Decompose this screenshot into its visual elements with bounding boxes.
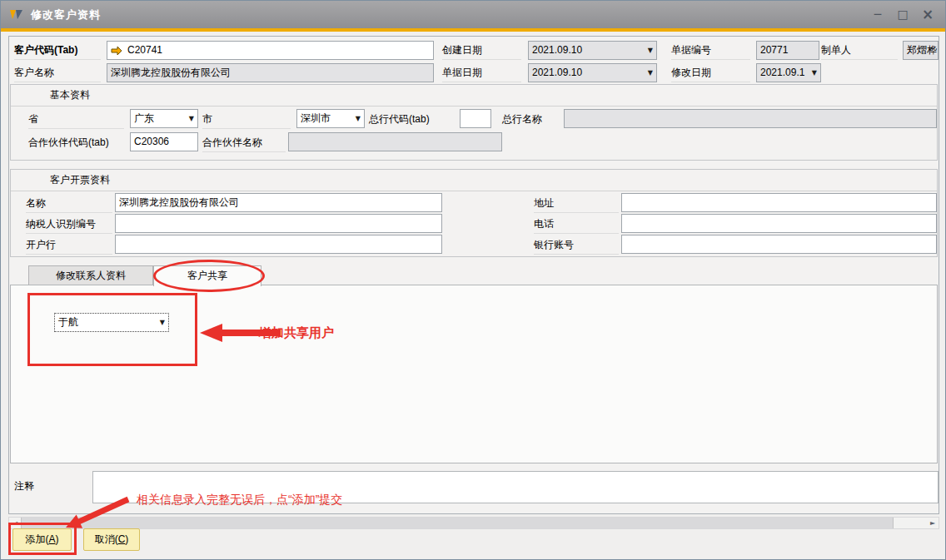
province-select[interactable]: 广东 ▼	[130, 109, 198, 128]
title-bar[interactable]: 修改客户资料 ─ □ ×	[1, 1, 945, 28]
bank-account-label: 银行账号	[534, 236, 619, 255]
horizontal-scrollbar[interactable]: ◄ ►	[8, 517, 939, 529]
close-icon[interactable]: ×	[915, 1, 940, 28]
bank-account-input[interactable]	[621, 235, 937, 254]
tab-modify-contacts[interactable]: 修改联系人资料	[28, 265, 153, 285]
annotation-ellipse-customer-share-tab	[153, 260, 265, 292]
app-logo-icon	[9, 8, 23, 21]
scrollbar-track[interactable]	[894, 518, 927, 528]
created-date-select[interactable]: 2021.09.10 ▼	[528, 41, 657, 60]
created-date-label: 创建日期	[442, 42, 521, 60]
maximize-icon[interactable]: □	[890, 1, 915, 28]
basic-info-title: 基本资料	[50, 88, 90, 102]
tax-id-input[interactable]	[115, 214, 442, 233]
customer-code-label: 客户代码(Tab)	[14, 42, 101, 60]
dropdown-arrow-icon[interactable]: ▼	[648, 64, 653, 82]
invoice-info-header: 客户开票资料	[11, 170, 937, 191]
customer-name-label: 客户名称	[14, 64, 101, 82]
dropdown-arrow-icon[interactable]: ▼	[648, 42, 653, 59]
city-select[interactable]: 深圳市 ▼	[296, 109, 365, 128]
head-bank-code-label: 总行代码(tab)	[369, 111, 430, 128]
modified-date-select[interactable]: 2021.09.1 ▼	[756, 63, 821, 82]
dropdown-arrow-icon[interactable]: ▼	[356, 110, 361, 127]
partner-name-field[interactable]	[288, 132, 502, 151]
city-label: 市	[202, 111, 291, 129]
comments-label: 注释	[14, 478, 34, 495]
modified-date-label: 修改日期	[671, 64, 750, 82]
bank-input[interactable]	[115, 235, 442, 254]
basic-info-header: 基本资料	[11, 85, 937, 107]
partner-code-label: 合作伙伴代码(tab)	[28, 134, 109, 151]
dialog-title: 修改客户资料	[31, 7, 101, 22]
head-bank-name-field[interactable]	[564, 109, 937, 128]
phone-label: 电话	[534, 216, 619, 234]
scroll-right-icon[interactable]: ►	[927, 518, 939, 528]
customer-code-value: C20741	[127, 42, 162, 59]
accent-line	[1, 28, 945, 32]
address-label: 地址	[534, 195, 619, 213]
doc-date-select[interactable]: 2021.09.10 ▼	[528, 63, 657, 82]
province-label: 省	[28, 111, 124, 129]
scrollbar-thumb[interactable]	[21, 518, 894, 528]
address-input[interactable]	[621, 193, 937, 212]
customer-name-field[interactable]: 深圳腾龙控股股份有限公司	[107, 63, 434, 82]
tax-id-label: 纳税人识别编号	[26, 216, 112, 234]
annotation-submit-hint: 相关信息录入完整无误后，点“添加”提交	[137, 493, 342, 508]
annotation-box-share-grid	[27, 293, 197, 366]
creator-label: 制单人	[821, 42, 898, 60]
annotation-share-user-hint: 增加共享用户	[259, 325, 334, 341]
partner-name-label: 合作伙伴名称	[202, 134, 286, 152]
invoice-name-input[interactable]: 深圳腾龙控股股份有限公司	[115, 193, 442, 212]
invoice-info-title: 客户开票资料	[50, 173, 110, 187]
head-bank-code-input[interactable]	[460, 109, 491, 128]
creator-field[interactable]: 郑熠桦	[903, 41, 939, 60]
dropdown-arrow-icon[interactable]: ▼	[812, 64, 817, 82]
head-bank-name-label: 总行名称	[502, 111, 542, 128]
phone-input[interactable]	[621, 214, 937, 233]
invoice-name-label: 名称	[26, 195, 112, 213]
dropdown-arrow-icon[interactable]: ▼	[189, 110, 194, 127]
link-arrow-icon[interactable]	[111, 46, 122, 56]
annotation-box-add-button	[8, 523, 77, 555]
doc-date-label: 单据日期	[442, 64, 521, 82]
minimize-icon[interactable]: ─	[865, 1, 890, 28]
customer-code-input[interactable]: C20741	[107, 41, 434, 60]
partner-code-input[interactable]: C20306	[130, 132, 198, 151]
bank-label: 开户行	[26, 236, 112, 255]
doc-number-field[interactable]: 20771	[756, 41, 819, 60]
modify-customer-dialog: 修改客户资料 ─ □ × 客户代码(Tab) C20741 创建日期 2021.…	[0, 0, 946, 560]
doc-number-label: 单据编号	[671, 42, 750, 60]
